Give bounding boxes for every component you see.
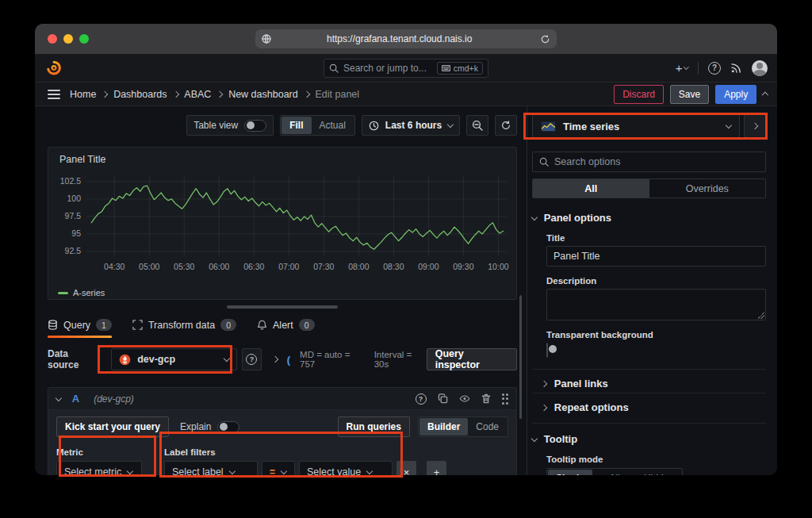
panel-title-input[interactable]: [546, 246, 766, 267]
breadcrumb-abac[interactable]: ABAC: [184, 89, 211, 100]
datasource-row: Data source dev-gcp ? ( MD = a: [48, 347, 517, 371]
chevron-down-icon: [684, 64, 688, 69]
hide-query-icon[interactable]: [459, 393, 470, 404]
datasource-help-button[interactable]: ?: [242, 348, 262, 370]
chevron-down-icon: [447, 121, 454, 128]
datasource-label: Data source: [48, 348, 100, 370]
svg-text:09:00: 09:00: [418, 262, 439, 271]
visualization-select[interactable]: Time series: [532, 114, 740, 138]
query-inspector-button[interactable]: Query inspector: [427, 348, 517, 370]
duplicate-query-icon[interactable]: [438, 393, 448, 404]
chevron-right-icon: [541, 404, 547, 410]
close-window-button[interactable]: [48, 34, 57, 44]
resize-corner-icon[interactable]: [757, 312, 764, 319]
tab-alert[interactable]: Alert 0: [257, 317, 315, 338]
apply-button[interactable]: Apply: [715, 85, 756, 104]
time-range-picker[interactable]: Last 6 hours: [362, 115, 460, 136]
collapse-query-icon[interactable]: [56, 394, 62, 401]
url-text: https://grafana.tenant.cloud.nais.io: [327, 33, 540, 44]
chevron-down-icon: [726, 122, 732, 129]
panel-title: Panel Title: [48, 148, 516, 167]
fill-actual-segmented: Fill Actual: [280, 115, 355, 136]
add-menu-button[interactable]: +: [676, 61, 688, 75]
run-queries-button[interactable]: Run queries: [338, 416, 410, 437]
topnav-divider: [698, 62, 699, 75]
user-avatar[interactable]: [752, 60, 768, 76]
svg-text:08:30: 08:30: [383, 262, 404, 271]
add-filter-button[interactable]: +: [427, 461, 446, 475]
transparent-background-toggle[interactable]: [546, 343, 548, 358]
description-textarea[interactable]: [546, 289, 766, 320]
drag-handle-icon[interactable]: [502, 393, 509, 405]
tab-transform[interactable]: Transform data 0: [132, 317, 236, 338]
query-builder-body: Kick start your query Explain Run querie…: [48, 410, 516, 475]
panel-options-section[interactable]: Panel options: [532, 212, 766, 224]
delete-query-icon[interactable]: [481, 393, 491, 404]
breadcrumb-new-dashboard[interactable]: New dashboard: [228, 89, 298, 100]
alert-count-badge: 0: [299, 319, 315, 331]
options-search[interactable]: [532, 152, 766, 172]
grafana-logo[interactable]: [46, 60, 62, 76]
datasource-select[interactable]: dev-gcp: [111, 348, 237, 370]
refresh-button[interactable]: [495, 115, 517, 136]
actual-option[interactable]: Actual: [312, 117, 354, 134]
options-search-input[interactable]: [554, 156, 759, 167]
news-icon[interactable]: [730, 62, 742, 74]
tab-query[interactable]: Query 1: [48, 317, 112, 338]
transform-count-badge: 0: [220, 319, 236, 331]
options-sidebar: Time series All Overrides: [527, 106, 777, 475]
code-option[interactable]: Code: [468, 418, 507, 436]
query-row-header[interactable]: A (dev-gcp) ?: [48, 388, 516, 410]
menu-icon[interactable]: [48, 90, 60, 99]
repeat-options-section[interactable]: Repeat options: [532, 393, 766, 415]
tab-overrides[interactable]: Overrides: [649, 179, 766, 198]
svg-text:100: 100: [67, 194, 81, 203]
screen: https://grafana.tenant.cloud.nais.io Se: [0, 0, 812, 518]
fill-option[interactable]: Fill: [282, 117, 311, 134]
browser-window: https://grafana.tenant.cloud.nais.io Se: [35, 24, 777, 475]
time-series-chart[interactable]: 92.59597.5100102.504:3005:0005:3006:0006…: [48, 167, 516, 286]
tab-all[interactable]: All: [533, 179, 649, 198]
label-select[interactable]: Select label: [164, 461, 258, 475]
search-input[interactable]: Search or jump to... cmd+k: [324, 59, 488, 78]
explain-toggle[interactable]: [217, 421, 239, 433]
minimize-window-button[interactable]: [63, 34, 73, 44]
panel-links-section[interactable]: Panel links: [532, 369, 766, 391]
value-select[interactable]: Select value: [299, 461, 393, 475]
builder-option[interactable]: Builder: [419, 418, 468, 436]
help-icon[interactable]: ?: [416, 393, 427, 405]
address-bar[interactable]: https://grafana.tenant.cloud.nais.io: [255, 29, 557, 48]
chevron-down-icon: [228, 468, 235, 474]
transform-icon: [132, 320, 143, 330]
kick-start-button[interactable]: Kick start your query: [56, 416, 169, 437]
explain-label: Explain: [180, 421, 211, 432]
discard-button[interactable]: Discard: [614, 85, 664, 104]
collapse-sidebar-button[interactable]: [744, 114, 766, 138]
zoom-out-button[interactable]: [466, 115, 488, 136]
tooltip-single-option[interactable]: Single: [548, 470, 592, 475]
operator-select[interactable]: =: [262, 461, 295, 475]
reload-icon[interactable]: [540, 34, 550, 44]
resize-handle[interactable]: [227, 305, 338, 309]
save-button[interactable]: Save: [670, 85, 709, 104]
tooltip-all-option[interactable]: All: [592, 470, 637, 475]
timeseries-icon: [541, 121, 556, 132]
query-options-summary[interactable]: ( MD = auto = 757 Interval = 30s: [273, 350, 427, 369]
tooltip-hidden-option[interactable]: Hidden: [637, 470, 681, 475]
tooltip-section: Tooltip Tooltip mode Single All Hidden: [532, 423, 766, 475]
panel-preview[interactable]: Panel Title 92.59597.5100102.504:3005:00…: [48, 147, 517, 300]
breadcrumb-dashboards[interactable]: Dashboards: [113, 89, 167, 100]
table-view-toggle[interactable]: [244, 120, 266, 132]
metric-select[interactable]: Select metric: [56, 461, 142, 475]
chart-legend[interactable]: A-series: [48, 286, 516, 299]
breadcrumb-home[interactable]: Home: [70, 89, 96, 100]
description-label: Description: [532, 276, 766, 286]
remove-filter-button[interactable]: ×: [396, 461, 416, 475]
collapse-options-icon[interactable]: [762, 92, 768, 98]
zoom-window-button[interactable]: [79, 34, 89, 44]
main-scrollbar[interactable]: [519, 295, 522, 419]
operator-value: =: [270, 466, 275, 475]
tooltip-header[interactable]: Tooltip: [532, 433, 766, 445]
help-icon[interactable]: ?: [708, 62, 721, 75]
panel-options-title: Panel options: [544, 212, 611, 224]
